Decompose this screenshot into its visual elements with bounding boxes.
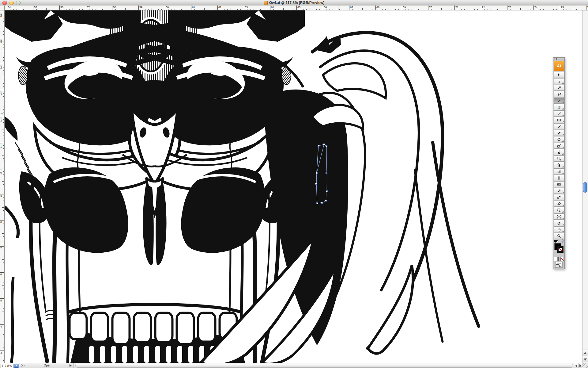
status-menu-label[interactable]: Open xyxy=(28,364,67,367)
column-graph-tool[interactable] xyxy=(554,168,564,174)
statusbar: Open xyxy=(0,363,588,368)
window-resize-grip[interactable] xyxy=(582,363,588,368)
mesh-tool[interactable] xyxy=(554,175,564,181)
magic-wand-tool[interactable] xyxy=(554,85,564,91)
illustrator-logo-icon: Ai xyxy=(554,61,564,71)
gradient-mode-button[interactable] xyxy=(557,257,561,261)
gradient-tool[interactable] xyxy=(554,181,564,187)
paint-mode-row xyxy=(554,257,564,261)
palette-header[interactable] xyxy=(553,58,564,60)
vertical-scrollbar[interactable] xyxy=(582,10,588,363)
svg-text:T: T xyxy=(558,105,560,109)
artwork-owl-skull-illustration xyxy=(5,10,582,363)
color-mode-button[interactable] xyxy=(554,257,557,261)
illustrator-window: Owl.ai @ 117.8% (RGB/Preview) 5455565758… xyxy=(0,0,588,368)
rectangle-tool[interactable] xyxy=(554,117,564,123)
scroll-right-button[interactable] xyxy=(578,363,582,368)
zoom-tool[interactable] xyxy=(554,233,564,239)
crop-area-tool[interactable] xyxy=(554,213,564,220)
window-title: Owl.ai @ 117.8% (RGB/Preview) xyxy=(269,1,324,5)
selection-tool[interactable] xyxy=(554,72,564,78)
pen-tool[interactable] xyxy=(554,98,564,104)
line-segment-tool[interactable] xyxy=(554,110,564,117)
horizontal-scrollbar[interactable] xyxy=(75,364,573,368)
window-title-group: Owl.ai @ 117.8% (RGB/Preview) xyxy=(0,0,588,6)
symbol-sprayer-tool[interactable] xyxy=(554,162,564,168)
scroll-up-button[interactable] xyxy=(582,350,588,356)
screen-mode-button[interactable] xyxy=(555,262,563,268)
vertical-ruler[interactable]: 1 61 51 41 31 21 11 09876543 xyxy=(0,10,5,363)
none-mode-button[interactable] xyxy=(560,257,564,261)
rotate-tool[interactable] xyxy=(554,136,564,142)
eraser-tool[interactable] xyxy=(554,220,564,226)
ruler-cursor-indicator xyxy=(0,113,5,114)
direct-selection-tool[interactable] xyxy=(554,78,564,84)
live-paint-bucket-tool[interactable] xyxy=(554,201,564,207)
scroll-down-button[interactable] xyxy=(582,356,588,362)
warp-tool[interactable] xyxy=(554,149,564,155)
fill-stroke-area: ⤸ xyxy=(553,240,564,257)
swap-fill-stroke-icon[interactable]: ⤸ xyxy=(562,240,564,243)
vertical-scroll-thumb[interactable] xyxy=(583,182,587,193)
status-menu-button[interactable] xyxy=(70,364,72,367)
tool-buttons-column: T xyxy=(553,71,564,239)
titlebar[interactable]: Owl.ai @ 117.8% (RGB/Preview) xyxy=(0,0,588,6)
stroke-color-swatch[interactable] xyxy=(557,246,564,253)
document-icon xyxy=(264,1,268,5)
scale-tool[interactable] xyxy=(554,143,564,149)
document-canvas[interactable] xyxy=(5,10,582,363)
default-fill-stroke-icon[interactable] xyxy=(554,240,558,243)
tools-palette[interactable]: Ai T ⤸ xyxy=(553,57,565,269)
ruler-corner xyxy=(0,6,5,10)
eyedropper-tool[interactable] xyxy=(554,188,564,194)
type-tool[interactable]: T xyxy=(554,104,564,110)
blend-tool[interactable] xyxy=(554,194,564,200)
paintbrush-tool[interactable] xyxy=(554,123,564,129)
horizontal-ruler[interactable]: 5455565758596061626364656667686970717273… xyxy=(5,6,588,10)
free-transform-tool[interactable] xyxy=(554,155,564,162)
zoom-level-field[interactable] xyxy=(1,364,14,368)
lasso-tool[interactable] xyxy=(554,91,564,97)
pencil-tool[interactable] xyxy=(554,130,564,136)
live-paint-selection-tool[interactable] xyxy=(554,207,564,213)
zoom-dropdown-button[interactable] xyxy=(14,364,19,368)
ruler-cursor-indicator xyxy=(338,6,338,10)
divider xyxy=(74,363,74,368)
hand-tool[interactable] xyxy=(554,226,564,232)
scroll-left-button[interactable] xyxy=(574,363,578,368)
clock-icon xyxy=(21,364,24,367)
